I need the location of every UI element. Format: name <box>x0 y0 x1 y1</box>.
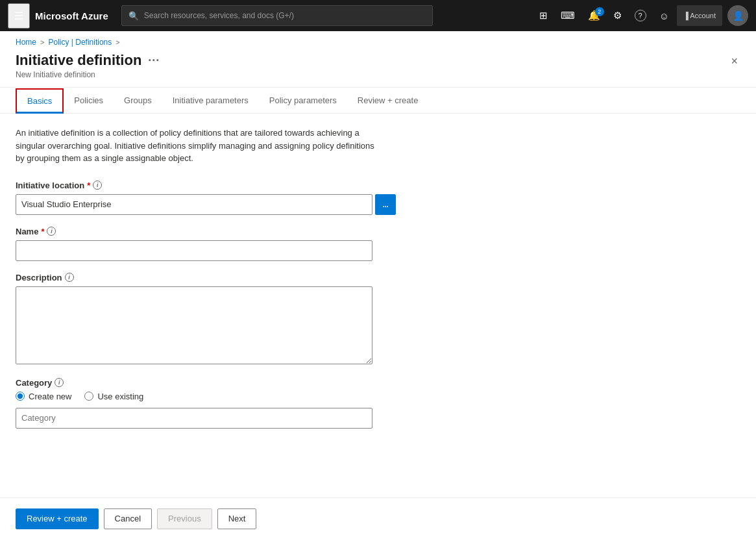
search-input[interactable] <box>144 11 426 20</box>
previous-button: Previous <box>157 508 212 529</box>
search-bar: 🔍 <box>121 5 433 26</box>
name-label: Name * i <box>16 227 740 236</box>
category-radio-group: Create new Use existing <box>16 392 740 401</box>
breadcrumb-sep2: > <box>116 38 119 46</box>
notifications-btn[interactable]: 🔔 2 <box>583 6 605 25</box>
app-logo: Microsoft Azure <box>35 10 108 21</box>
initiative-location-input[interactable] <box>16 194 372 215</box>
category-label: Category i <box>16 378 740 388</box>
description-textarea[interactable] <box>16 286 372 364</box>
feedback-btn[interactable]: ☺ <box>654 6 674 25</box>
info-icon-location[interactable]: i <box>93 181 102 190</box>
help-icon: ? <box>635 10 646 21</box>
radio-use-existing[interactable]: Use existing <box>84 392 143 401</box>
action-bar: Review + create Cancel Previous Next <box>0 497 756 539</box>
radio-create-new[interactable]: Create new <box>16 392 71 401</box>
form-area: An initiative definition is a collection… <box>0 114 756 497</box>
radio-create-new-input[interactable] <box>16 392 25 401</box>
feedback-icon: ☺ <box>659 10 669 21</box>
breadcrumb-sep1: > <box>40 38 44 46</box>
page-title: Initiative definition ··· <box>16 52 160 69</box>
form-description: An initiative definition is a collection… <box>16 127 379 165</box>
description-field: Description i <box>16 273 740 366</box>
page-title-area: Initiative definition ··· New Initiative… <box>16 52 160 79</box>
browse-button[interactable]: ... <box>375 194 396 215</box>
page-header: Initiative definition ··· New Initiative… <box>0 49 756 87</box>
initiative-location-input-row: ... <box>16 194 740 215</box>
menu-icon[interactable]: ☰ <box>8 3 30 29</box>
required-star-name: * <box>41 227 44 236</box>
browse-icon: ... <box>382 201 388 208</box>
cloud-shell-btn[interactable]: ⌨ <box>555 6 580 25</box>
category-field: Category i Create new Use existing <box>16 378 740 429</box>
tab-policies[interactable]: Policies <box>64 88 114 113</box>
avatar[interactable]: 👤 <box>727 5 748 26</box>
tab-initiative-parameters[interactable]: Initiative parameters <box>162 88 259 113</box>
info-icon-name[interactable]: i <box>47 227 56 236</box>
cancel-button[interactable]: Cancel <box>104 508 152 529</box>
page-title-text: Initiative definition <box>16 52 141 69</box>
initiative-location-label: Initiative location * i <box>16 181 740 190</box>
required-star-location: * <box>87 181 90 190</box>
settings-icon: ⚙ <box>613 10 622 21</box>
avatar-icon: 👤 <box>733 10 744 21</box>
topbar-icons: ⊞ ⌨ 🔔 2 ⚙ ? ☺ ▐ Account 👤 <box>534 5 748 26</box>
radio-use-existing-input[interactable] <box>84 392 93 401</box>
next-button[interactable]: Next <box>217 508 257 529</box>
name-input[interactable] <box>16 240 372 261</box>
name-field: Name * i <box>16 227 740 261</box>
search-icon: 🔍 <box>128 11 139 21</box>
review-create-button[interactable]: Review + create <box>16 508 99 529</box>
topbar: ☰ Microsoft Azure 🔍 ⊞ ⌨ 🔔 2 ⚙ ? ☺ ▐ Acco… <box>0 0 756 31</box>
info-icon-description[interactable]: i <box>65 273 74 282</box>
breadcrumb-policy-definitions[interactable]: Policy | Definitions <box>48 38 112 47</box>
portal-icon-btn[interactable]: ⊞ <box>534 6 553 25</box>
info-icon-category[interactable]: i <box>55 378 64 387</box>
page-options-icon[interactable]: ··· <box>148 54 160 68</box>
description-label: Description i <box>16 273 740 282</box>
main-content: Home > Policy | Definitions > Initiative… <box>0 31 756 539</box>
settings-btn[interactable]: ⚙ <box>608 6 627 25</box>
account-btn[interactable]: ▐ Account <box>677 5 722 26</box>
portal-icon: ⊞ <box>539 10 548 21</box>
category-input[interactable] <box>16 408 372 429</box>
breadcrumb: Home > Policy | Definitions > <box>0 31 756 49</box>
cloud-shell-icon: ⌨ <box>561 10 575 21</box>
close-button[interactable]: × <box>728 52 740 71</box>
tab-basics[interactable]: Basics <box>16 88 64 114</box>
page-subtitle: New Initiative definition <box>16 70 160 79</box>
initiative-location-field: Initiative location * i ... <box>16 181 740 215</box>
tab-policy-parameters[interactable]: Policy parameters <box>259 88 347 113</box>
breadcrumb-home[interactable]: Home <box>16 38 36 47</box>
tab-review-create[interactable]: Review + create <box>347 88 429 113</box>
tab-groups[interactable]: Groups <box>114 88 162 113</box>
tab-nav: Basics Policies Groups Initiative parame… <box>0 88 756 114</box>
help-btn[interactable]: ? <box>629 6 652 25</box>
notification-badge: 2 <box>595 7 604 16</box>
